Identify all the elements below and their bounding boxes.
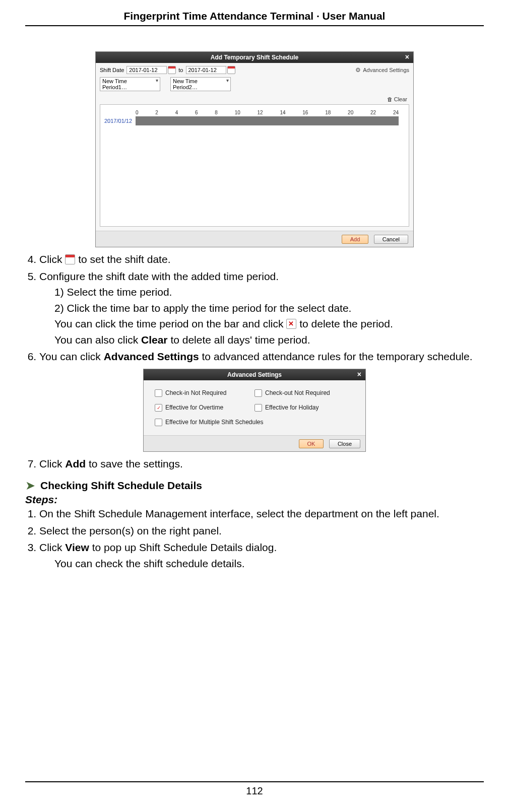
- calendar-icon[interactable]: [227, 66, 235, 74]
- delete-icon: [286, 319, 296, 329]
- section2-step-3-note: You can check the shift schedule details…: [54, 556, 484, 572]
- checkbox-checkin-not-required[interactable]: Check-in Not Required: [155, 389, 254, 397]
- close-icon[interactable]: ×: [405, 53, 409, 61]
- timeline-bar[interactable]: [136, 116, 399, 125]
- steps-label: Steps:: [25, 494, 484, 506]
- step-5-2: 2) Click the time bar to apply the time …: [54, 300, 484, 316]
- step-5-1: 1) Select the time period.: [54, 284, 484, 300]
- dialog2-title: Advanced Settings: [227, 371, 282, 378]
- ok-button[interactable]: OK: [299, 439, 324, 448]
- close-icon[interactable]: ×: [357, 370, 361, 378]
- checkbox-icon: [155, 389, 162, 397]
- shift-date-from-input[interactable]: 2017-01-12: [126, 66, 167, 74]
- section2-step-2: Select the person(s) on the right panel.: [39, 523, 484, 539]
- section2-step-1: On the Shift Schedule Management interfa…: [39, 506, 484, 522]
- step-5: Configure the shift date with the added …: [39, 268, 484, 348]
- checkbox-icon: [254, 404, 262, 412]
- checkbox-effective-holiday[interactable]: Effective for Holiday: [254, 404, 354, 412]
- step-5-note1: You can click the time period on the bar…: [54, 316, 484, 332]
- dialog2-titlebar: Advanced Settings ×: [144, 369, 365, 380]
- step-7: Click Add to save the settings.: [39, 456, 484, 472]
- advanced-settings-label: Advanced Settings: [363, 67, 409, 73]
- close-button[interactable]: Close: [329, 439, 360, 448]
- time-period-2-dropdown[interactable]: New Time Period2…: [170, 77, 231, 91]
- steps-list-b: Click Add to save the settings.: [25, 456, 484, 472]
- checkbox-checkout-not-required[interactable]: Check-out Not Required: [254, 389, 354, 397]
- add-temporary-shift-dialog: Add Temporary Shift Schedule × Shift Dat…: [95, 51, 414, 247]
- date-to-label: to: [178, 67, 183, 73]
- clear-button[interactable]: Clear: [387, 96, 407, 102]
- page-footer: 112: [0, 781, 509, 797]
- dialog1-titlebar: Add Temporary Shift Schedule ×: [96, 52, 413, 63]
- advanced-settings-dialog: Advanced Settings × Check-in Not Require…: [143, 369, 366, 452]
- checkbox-icon: ✓: [155, 404, 162, 412]
- section2-step-3: Click View to pop up Shift Schedule Deta…: [39, 539, 484, 571]
- gear-icon: [355, 66, 361, 74]
- time-period-1-dropdown[interactable]: New Time Period1…: [100, 77, 160, 91]
- clear-label: Clear: [394, 96, 407, 102]
- timeline-ticks: 0 2 4 6 8 10 12 14 16 18 20 22 24: [136, 110, 399, 115]
- calendar-icon: [65, 254, 75, 264]
- checkbox-icon: [155, 419, 162, 426]
- dialog1-title: Add Temporary Shift Schedule: [211, 54, 298, 61]
- checkbox-icon: [254, 389, 262, 397]
- steps-list-a: Click to set the shift date. Configure t…: [25, 251, 484, 365]
- calendar-icon[interactable]: [168, 66, 176, 74]
- arrow-icon: ➤: [25, 479, 35, 493]
- advanced-settings-link[interactable]: Advanced Settings: [355, 66, 409, 74]
- steps-list-c: On the Shift Schedule Management interfa…: [25, 506, 484, 571]
- step-6: You can click Advanced Settings to advan…: [39, 349, 484, 365]
- section-title: Checking Shift Schedule Details: [40, 480, 202, 492]
- footer-divider: [25, 781, 484, 782]
- timeline-panel: 2017/01/12 0 2 4 6 8 10 12 14 16 18 20 2…: [100, 104, 409, 227]
- page-number: 112: [246, 785, 263, 796]
- shift-date-to-input[interactable]: 2017-01-12: [186, 66, 226, 74]
- shift-date-label: Shift Date: [100, 67, 124, 73]
- page-header-title: Fingerprint Time Attendance Terminal · U…: [25, 10, 484, 25]
- timeline-date: 2017/01/12: [104, 118, 132, 124]
- checkbox-effective-overtime[interactable]: ✓ Effective for Overtime: [155, 404, 254, 412]
- add-button[interactable]: Add: [342, 235, 369, 244]
- trash-icon: [387, 96, 393, 102]
- section-checking-shift-schedule: ➤ Checking Shift Schedule Details: [25, 479, 484, 493]
- step-5-note2: You can also click Clear to delete all d…: [54, 332, 484, 348]
- step-4: Click to set the shift date.: [39, 251, 484, 267]
- checkbox-effective-multiple-shift[interactable]: Effective for Multiple Shift Schedules: [155, 419, 354, 426]
- header-divider: [25, 25, 484, 26]
- cancel-button[interactable]: Cancel: [374, 235, 408, 244]
